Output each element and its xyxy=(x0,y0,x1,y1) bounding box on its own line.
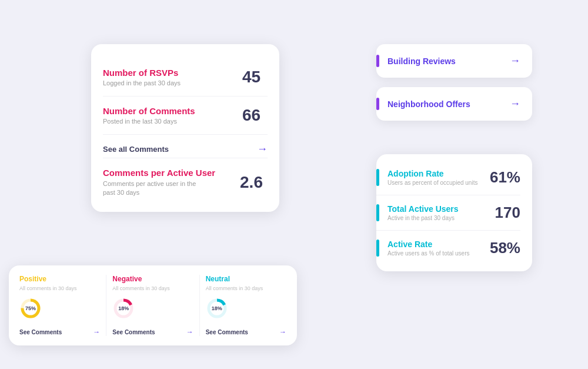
positive-donut: 75% xyxy=(19,297,42,320)
negative-sentiment: Negative All comments in 30 days 18% See… xyxy=(112,275,193,336)
neutral-title: Neutral xyxy=(206,275,286,283)
divider-2 xyxy=(199,275,200,336)
comments-sublabel: Posted in the last 30 days xyxy=(103,118,195,125)
active-rate-value: 58% xyxy=(490,239,520,257)
building-reviews-label: Building Reviews xyxy=(387,56,510,66)
neighborhood-offers-inner: Neighborhood Offers → xyxy=(376,98,522,110)
rsvp-value: 45 xyxy=(235,68,268,87)
sentiment-card: Positive All comments in 30 days 75% See… xyxy=(9,265,297,345)
active-rate-info: Active Rate Active users as % of total u… xyxy=(387,240,470,257)
comments-per-user-sublabel: Comments per active user in thepast 30 d… xyxy=(103,179,215,198)
total-active-users-inner: Total Active Users Active in the past 30… xyxy=(376,204,459,221)
comments-value: 66 xyxy=(235,106,268,125)
comments-label: Number of Comments xyxy=(103,106,195,116)
building-reviews-accent xyxy=(376,55,379,67)
adoption-rate-row: Adoption Rate Users as percent of occupi… xyxy=(376,160,520,195)
total-active-users-info: Total Active Users Active in the past 30… xyxy=(387,204,459,221)
total-active-users-row: Total Active Users Active in the past 30… xyxy=(376,195,520,231)
see-all-label: See all Comments xyxy=(103,145,169,154)
building-reviews-arrow: → xyxy=(510,55,520,67)
positive-see-label: See Comments xyxy=(19,329,62,335)
positive-sub: All comments in 30 days xyxy=(19,285,100,291)
comments-per-user-label: Comments per Active User xyxy=(103,168,215,178)
total-active-users-value: 170 xyxy=(495,204,520,222)
right-top-cards: Building Reviews → Neighborhood Offers → xyxy=(376,44,532,121)
left-metrics-card: Number of RSVPs Logged in the past 30 da… xyxy=(91,44,279,212)
neighborhood-offers-label: Neighborhood Offers xyxy=(387,99,510,109)
neutral-percent: 18% xyxy=(212,305,222,311)
comments-per-user-info: Comments per Active User Comments per ac… xyxy=(103,168,215,198)
neighborhood-offers-accent xyxy=(376,98,379,110)
neighborhood-offers-card[interactable]: Neighborhood Offers → xyxy=(376,87,532,121)
neutral-see-arrow: → xyxy=(279,328,286,336)
active-rate-row: Active Rate Active users as % of total u… xyxy=(376,231,520,265)
positive-title: Positive xyxy=(19,275,100,283)
neutral-sentiment: Neutral All comments in 30 days 18% See … xyxy=(206,275,286,336)
negative-see-label: See Comments xyxy=(112,329,155,335)
rsvp-label: Number of RSVPs xyxy=(103,68,181,78)
rsvp-info: Number of RSVPs Logged in the past 30 da… xyxy=(103,68,181,87)
adoption-rate-sublabel: Users as percent of occupied units xyxy=(387,179,477,186)
neighborhood-offers-arrow: → xyxy=(510,98,520,110)
total-active-users-label: Total Active Users xyxy=(387,204,459,214)
positive-chart-row: 75% xyxy=(19,297,100,320)
total-active-users-accent xyxy=(376,204,379,221)
negative-sub: All comments in 30 days xyxy=(112,285,193,291)
negative-see-row[interactable]: See Comments → xyxy=(112,328,193,336)
neutral-donut: 18% xyxy=(206,297,228,320)
adoption-rate-label: Adoption Rate xyxy=(387,169,477,178)
neutral-sub: All comments in 30 days xyxy=(206,285,286,291)
adoption-rate-info: Adoption Rate Users as percent of occupi… xyxy=(387,169,477,186)
building-reviews-inner: Building Reviews → xyxy=(376,55,522,67)
divider-1 xyxy=(106,275,106,336)
negative-title: Negative xyxy=(112,275,193,283)
negative-chart-row: 18% xyxy=(112,297,193,320)
positive-see-row[interactable]: See Comments → xyxy=(19,328,100,336)
negative-see-arrow: → xyxy=(186,328,193,336)
positive-see-arrow: → xyxy=(93,328,100,336)
comments-per-user-value: 2.6 xyxy=(235,173,268,192)
adoption-rate-accent xyxy=(376,169,379,186)
comments-per-user-row: Comments per Active User Comments per ac… xyxy=(103,158,268,200)
active-rate-accent xyxy=(376,240,379,257)
active-rate-inner: Active Rate Active users as % of total u… xyxy=(376,240,470,257)
adoption-rate-value: 61% xyxy=(490,168,520,187)
see-all-comments-row[interactable]: See all Comments → xyxy=(103,135,268,158)
positive-sentiment: Positive All comments in 30 days 75% See… xyxy=(19,275,100,336)
adoption-rate-inner: Adoption Rate Users as percent of occupi… xyxy=(376,169,477,186)
dashboard: Number of RSVPs Logged in the past 30 da… xyxy=(0,0,588,369)
right-bottom-card: Adoption Rate Users as percent of occupi… xyxy=(376,154,532,271)
neutral-see-label: See Comments xyxy=(206,329,248,335)
rsvp-metric-row: Number of RSVPs Logged in the past 30 da… xyxy=(103,58,268,97)
comments-metric-row: Number of Comments Posted in the last 30… xyxy=(103,97,268,135)
active-rate-sublabel: Active users as % of total users xyxy=(387,250,470,257)
see-all-arrow: → xyxy=(257,143,268,155)
comments-info: Number of Comments Posted in the last 30… xyxy=(103,106,195,125)
rsvp-sublabel: Logged in the past 30 days xyxy=(103,79,181,87)
negative-donut: 18% xyxy=(112,297,135,320)
neutral-chart-row: 18% xyxy=(206,297,286,320)
total-active-users-sublabel: Active in the past 30 days xyxy=(387,215,459,221)
positive-percent: 75% xyxy=(25,305,36,311)
building-reviews-card[interactable]: Building Reviews → xyxy=(376,44,532,78)
negative-percent: 18% xyxy=(118,305,129,311)
neutral-see-row[interactable]: See Comments → xyxy=(206,328,286,336)
active-rate-label: Active Rate xyxy=(387,240,470,249)
